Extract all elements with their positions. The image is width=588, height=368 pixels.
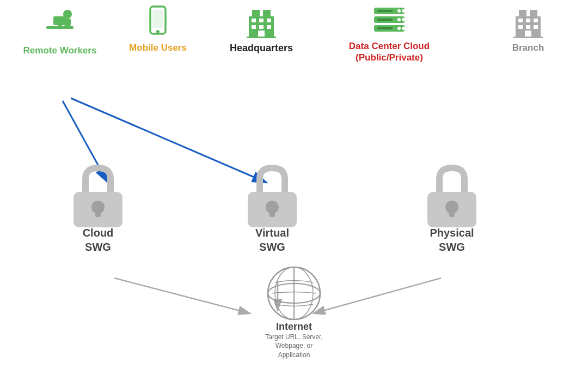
diagram-container: Remote Workers Mobile Users xyxy=(0,0,588,368)
svg-rect-19 xyxy=(258,31,265,37)
internet-label: Internet xyxy=(276,321,312,333)
svg-rect-11 xyxy=(252,10,260,17)
swg-physical: PhysicalSWG xyxy=(397,158,506,254)
svg-rect-34 xyxy=(519,10,526,17)
svg-rect-52 xyxy=(449,207,455,217)
svg-point-26 xyxy=(397,18,401,21)
data-center-label: Data Center Cloud (Public/Private) xyxy=(349,40,430,64)
arrow-physical-to-internet xyxy=(313,278,441,313)
svg-rect-8 xyxy=(152,10,163,28)
mobile-users-label: Mobile Users xyxy=(129,43,187,53)
swg-virtual: VirtualSWG xyxy=(218,158,327,254)
entity-remote-workers: Remote Workers xyxy=(16,5,103,56)
svg-rect-20 xyxy=(247,37,276,38)
svg-rect-15 xyxy=(267,19,271,22)
cloud-swg-icon xyxy=(63,158,133,231)
headquarters-label: Headquarters xyxy=(230,43,293,54)
branch-label: Branch xyxy=(512,43,544,53)
svg-rect-12 xyxy=(263,10,271,17)
branch-icon xyxy=(511,5,545,40)
svg-point-25 xyxy=(402,9,405,13)
physical-swg-icon xyxy=(416,158,487,231)
svg-rect-17 xyxy=(259,25,264,29)
entity-branch: Branch xyxy=(490,5,566,53)
remote-workers-icon xyxy=(44,5,76,43)
remote-workers-label: Remote Workers xyxy=(23,45,97,56)
svg-point-28 xyxy=(397,27,401,30)
entity-headquarters: Headquarters xyxy=(218,5,305,54)
virtual-swg-icon xyxy=(237,158,308,231)
svg-rect-40 xyxy=(526,25,530,29)
arrow-cloud-to-internet xyxy=(114,278,250,313)
swg-cloud: CloudSWG xyxy=(44,158,152,254)
internet-sublabel: Target URL, Server,Webpage, orApplicatio… xyxy=(265,333,322,360)
headquarters-icon xyxy=(244,5,278,40)
cloud-swg-label: CloudSWG xyxy=(83,226,114,254)
svg-rect-14 xyxy=(259,19,264,22)
svg-rect-35 xyxy=(530,10,537,17)
svg-rect-32 xyxy=(377,27,393,29)
mobile-icon xyxy=(147,5,169,40)
svg-rect-30 xyxy=(377,10,393,12)
svg-rect-36 xyxy=(518,19,523,22)
svg-rect-43 xyxy=(513,37,543,38)
svg-rect-46 xyxy=(95,207,101,217)
svg-rect-4 xyxy=(58,25,62,27)
svg-point-9 xyxy=(156,30,160,33)
svg-rect-31 xyxy=(377,19,393,21)
svg-rect-49 xyxy=(270,207,275,217)
physical-swg-label: PhysicalSWG xyxy=(430,226,474,254)
svg-rect-16 xyxy=(252,25,256,29)
internet-node: Internet Target URL, Server,Webpage, orA… xyxy=(264,263,324,360)
svg-rect-37 xyxy=(526,19,530,22)
server-icon xyxy=(372,5,407,38)
entity-mobile-users: Mobile Users xyxy=(117,5,199,53)
svg-rect-6 xyxy=(64,19,71,26)
globe-icon xyxy=(264,263,324,325)
virtual-swg-label: VirtualSWG xyxy=(255,226,289,254)
svg-point-5 xyxy=(63,10,72,19)
svg-rect-38 xyxy=(534,19,538,22)
svg-rect-13 xyxy=(252,19,256,22)
svg-point-24 xyxy=(397,9,401,13)
svg-rect-42 xyxy=(525,31,531,37)
svg-rect-18 xyxy=(267,25,271,29)
svg-point-29 xyxy=(402,27,405,30)
svg-point-27 xyxy=(402,18,405,21)
svg-rect-41 xyxy=(534,25,538,29)
entity-data-center: Data Center Cloud (Public/Private) xyxy=(335,5,444,64)
svg-rect-39 xyxy=(518,25,523,29)
